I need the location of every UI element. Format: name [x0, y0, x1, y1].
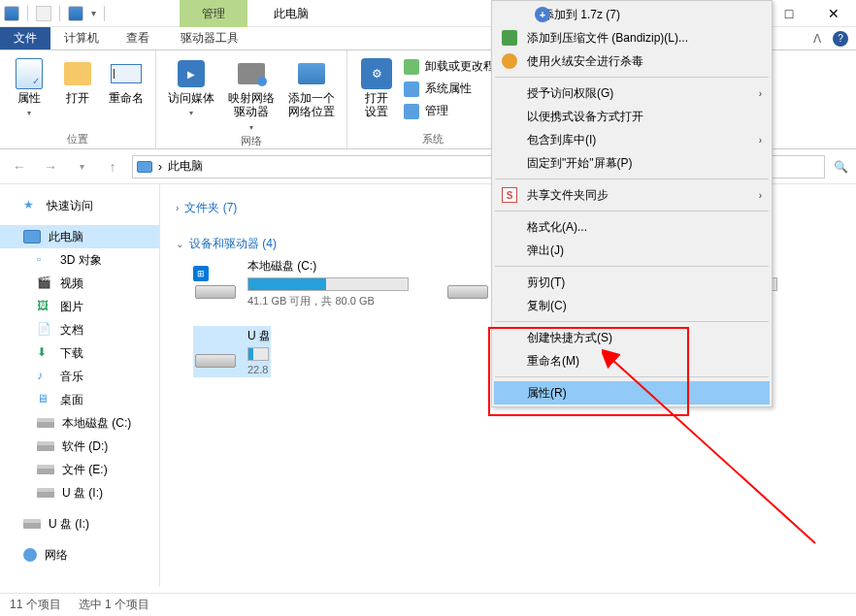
rename-button[interactable]: 重命名	[105, 54, 148, 105]
this-pc-icon	[137, 161, 152, 173]
settings-icon: ⚙	[361, 58, 392, 89]
submenu-arrow-icon: ›	[759, 135, 762, 146]
cm-rename[interactable]: 重命名(M)	[494, 349, 770, 373]
drive-icon: ⊞	[195, 268, 236, 299]
tab-file[interactable]: 文件	[0, 27, 50, 49]
ribbon-collapse-icon[interactable]: ᐱ	[813, 32, 821, 46]
cm-copy[interactable]: 复制(C)	[494, 294, 770, 317]
history-dropdown-icon[interactable]: ▾	[70, 155, 93, 178]
ribbon-group-network: 访问媒体 ▾ 映射网络 驱动器 ▾ 添加一个 网络位置 网络	[156, 50, 347, 148]
sidebar-item-this-pc[interactable]: 此电脑	[0, 225, 159, 248]
breadcrumb-sep-icon: ›	[158, 160, 162, 174]
cm-add-to-7z[interactable]: 添加到 1.7z (7)	[494, 3, 770, 26]
drive-icon	[23, 519, 41, 529]
sidebar-item-downloads[interactable]: ⬇ 下载	[0, 341, 159, 365]
sidebar-item-file-e[interactable]: 文件 (E:)	[0, 458, 159, 481]
sidebar-item-local-c[interactable]: 本地磁盘 (C:)	[0, 411, 159, 435]
network-icon	[23, 548, 37, 562]
huorong-icon	[502, 53, 517, 69]
breadcrumb-this-pc[interactable]: 此电脑	[168, 158, 203, 175]
cm-sync-folder[interactable]: S 共享文件夹同步 ›	[494, 183, 770, 207]
sidebar-item-pictures[interactable]: 🖼 图片	[0, 295, 159, 318]
tab-computer[interactable]: 计算机	[50, 27, 113, 49]
drive-local-c[interactable]: ⊞ 本地磁盘 (C:) 41.1 GB 可用，共 80.0 GB	[195, 258, 409, 308]
app-icon	[4, 6, 19, 21]
add-network-location-button[interactable]: 添加一个 网络位置	[284, 54, 339, 119]
cm-create-shortcut[interactable]: 创建快捷方式(S)	[494, 326, 770, 349]
open-button[interactable]: 打开	[56, 54, 99, 105]
ribbon-group-location: 属性 ▾ 打开 重命名 位置	[0, 50, 156, 148]
qat-button-2[interactable]	[68, 6, 83, 21]
sidebar-item-usb-i[interactable]: U 盘 (I:)	[0, 481, 159, 504]
maximize-button[interactable]: □	[767, 0, 811, 27]
cm-format[interactable]: 格式化(A)...	[494, 215, 770, 239]
manage-icon	[404, 104, 419, 119]
sidebar-item-software-d[interactable]: 软件 (D:)	[0, 435, 159, 458]
separator	[495, 211, 769, 211]
sidebar-item-usb-i-root[interactable]: U 盘 (I:)	[0, 512, 159, 535]
submenu-arrow-icon: ›	[759, 190, 762, 201]
cm-pin-start[interactable]: 固定到"开始"屏幕(P)	[494, 151, 770, 175]
access-media-button[interactable]: 访问媒体 ▾	[164, 54, 218, 117]
forward-button[interactable]: →	[39, 155, 62, 178]
sidebar-item-desktop[interactable]: 🖥 桌面	[0, 388, 159, 411]
cm-eject[interactable]: 弹出(J)	[494, 239, 770, 262]
rename-icon	[111, 64, 142, 83]
uninstall-icon	[404, 59, 419, 75]
sidebar-item-videos[interactable]: 🎬 视频	[0, 272, 159, 295]
cm-include-library[interactable]: 包含到库中(I) ›	[494, 128, 770, 151]
map-network-drive-button[interactable]: 映射网络 驱动器 ▾	[224, 54, 279, 132]
sidebar-item-3d-objects[interactable]: ▫ 3D 对象	[0, 248, 159, 272]
qat-button-1[interactable]	[36, 6, 51, 21]
sidebar-item-quick-access[interactable]: ★ 快速访问	[0, 194, 159, 217]
sync-icon: S	[502, 187, 517, 203]
tab-driver-tools[interactable]: 驱动器工具	[173, 27, 247, 49]
cm-add-to-archive[interactable]: 添加到压缩文件 (Bandizip)(L)...	[494, 26, 770, 49]
chevron-down-icon: ⌄	[176, 239, 183, 249]
separator	[495, 77, 769, 78]
sidebar-item-documents[interactable]: 📄 文档	[0, 318, 159, 341]
up-button[interactable]: ↑	[101, 155, 124, 178]
drive-icon	[37, 418, 54, 428]
cm-properties[interactable]: 属性(R)	[494, 381, 770, 405]
folder-open-icon	[64, 62, 91, 85]
help-icon[interactable]: ?	[833, 31, 848, 47]
drive-usb-i[interactable]: U 盘 22.8	[193, 326, 271, 377]
qat-dropdown-icon[interactable]: ▾	[91, 8, 96, 18]
search-icon[interactable]: 🔍	[833, 159, 848, 175]
cm-huorong-scan[interactable]: 使用火绒安全进行杀毒	[494, 49, 770, 73]
drive-icon	[37, 465, 54, 474]
open-settings-button[interactable]: ⚙ 打开 设置	[355, 54, 398, 119]
separator	[495, 266, 769, 267]
separator	[495, 376, 769, 377]
sidebar-item-music[interactable]: ♪ 音乐	[0, 365, 159, 388]
network-drive-icon	[238, 63, 265, 84]
submenu-arrow-icon: ›	[759, 88, 762, 99]
add-network-icon	[298, 63, 325, 84]
documents-icon: 📄	[37, 322, 52, 338]
context-menu: 添加到 1.7z (7) 添加到压缩文件 (Bandizip)(L)... 使用…	[491, 0, 773, 407]
archive-icon	[535, 7, 550, 22]
downloads-icon: ⬇	[37, 345, 52, 361]
tab-view[interactable]: 查看	[113, 27, 163, 49]
cm-cut[interactable]: 剪切(T)	[494, 271, 770, 294]
properties-button[interactable]: 属性 ▾	[8, 54, 50, 117]
drive-icon	[447, 268, 488, 299]
drive-icon	[195, 337, 236, 368]
contextual-tab-manage[interactable]: 管理	[180, 0, 247, 27]
media-icon	[178, 60, 205, 87]
back-button[interactable]: ←	[8, 155, 31, 178]
3d-icon: ▫	[37, 252, 52, 268]
cm-grant-access[interactable]: 授予访问权限(G) ›	[494, 81, 770, 105]
sidebar-item-network[interactable]: 网络	[0, 543, 159, 567]
pc-icon	[23, 230, 41, 243]
dropdown-arrow-icon: ▾	[249, 123, 253, 132]
music-icon: ♪	[37, 369, 52, 384]
window-title: 此电脑	[262, 0, 320, 27]
dropdown-arrow-icon: ▾	[189, 109, 193, 117]
system-props-icon	[404, 81, 419, 97]
close-button[interactable]: ✕	[811, 0, 856, 27]
item-count: 11 个项目	[10, 597, 61, 613]
windows-badge-icon: ⊞	[193, 266, 209, 281]
cm-open-portable[interactable]: 以便携式设备方式打开	[494, 105, 770, 128]
